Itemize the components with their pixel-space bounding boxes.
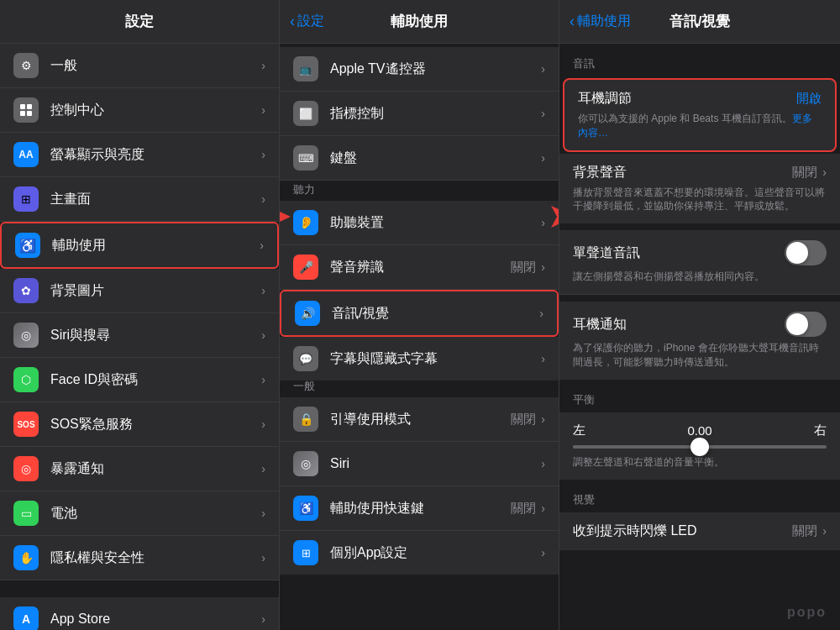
privacy-icon: ✋ xyxy=(13,545,39,570)
faceid-label: Face ID與密碼 xyxy=(50,371,261,389)
pointer-label: 指標控制 xyxy=(330,105,541,123)
middle-item-siri[interactable]: ◎ Siri › xyxy=(280,442,559,486)
middle-back-button[interactable]: ‹ 設定 xyxy=(290,13,324,30)
privacy-label: 隱私權與安全性 xyxy=(50,549,261,567)
appstore-icon: A xyxy=(13,606,39,630)
sidebar-item-sos[interactable]: SOS SOS緊急服務 › xyxy=(0,402,279,447)
middle-item-shortcut[interactable]: ♿ 輔助使用快速鍵 關閉 › xyxy=(280,486,559,531)
middle-item-subtitles[interactable]: 💬 字幕與隱藏式字幕 › xyxy=(280,337,559,381)
exposure-chevron: › xyxy=(261,462,265,475)
siri-label: Siri與搜尋 xyxy=(50,327,261,344)
left-panel: 設定 ⚙ 一般 › 控制中心 › xyxy=(0,0,280,630)
home-chevron: › xyxy=(261,192,265,206)
headphone-row[interactable]: 耳機調節 開啟 你可以為支援的 Apple 和 Beats 耳機自訂音訊。更多內… xyxy=(563,78,837,152)
sidebar-item-battery[interactable]: ▭ 電池 › xyxy=(0,491,279,536)
guided-chevron: › xyxy=(541,412,545,426)
mono-toggle[interactable] xyxy=(785,240,827,265)
headphone-notify-row[interactable]: 耳機通知 為了保護你的聽力，iPhone 會在你聆聽大聲耳機音訊時間過長，可能影… xyxy=(559,302,840,380)
general-section-label: 一般 xyxy=(293,379,315,394)
per-app-icon: ⊞ xyxy=(293,540,318,565)
sidebar-item-privacy[interactable]: ✋ 隱私權與安全性 › xyxy=(0,536,279,580)
headphone-label: 耳機調節 xyxy=(578,90,632,108)
wallpaper-icon: ✿ xyxy=(13,278,39,303)
balance-slider-track[interactable] xyxy=(573,445,827,449)
middle-item-hearing[interactable]: 👂 助聽裝置 › xyxy=(280,201,559,245)
balance-left-label: 左 xyxy=(573,423,585,438)
sidebar-item-display[interactable]: AA 螢幕顯示與亮度 › xyxy=(0,133,279,177)
balance-value: 0.00 xyxy=(687,423,711,438)
subtitles-chevron: › xyxy=(541,352,545,365)
right-back-label: 輔助使用 xyxy=(577,13,631,30)
wallpaper-chevron: › xyxy=(261,284,265,297)
per-app-label: 個別App設定 xyxy=(330,544,541,562)
notify-label: 耳機通知 xyxy=(573,316,627,333)
middle-item-per-app[interactable]: ⊞ 個別App設定 › xyxy=(280,531,559,575)
sos-label: SOS緊急服務 xyxy=(50,416,261,433)
sidebar-item-faceid[interactable]: ⬡ Face ID與密碼 › xyxy=(0,358,279,402)
right-panel-title: 音訊/視覺 xyxy=(669,12,731,31)
sidebar-item-accessibility[interactable]: ♿ 輔助使用 › xyxy=(0,222,279,269)
audio-visual-icon: 🔊 xyxy=(295,301,320,326)
accessibility-chevron: › xyxy=(260,239,264,252)
middle-item-appletv[interactable]: 📺 Apple TV遙控器 › xyxy=(280,47,559,92)
sidebar-item-appstore[interactable]: A App Store › xyxy=(0,597,279,630)
sidebar-item-general[interactable]: ⚙ 一般 › xyxy=(0,44,279,88)
guided-icon: 🔒 xyxy=(293,407,318,432)
battery-label: 電池 xyxy=(50,505,261,522)
audio-section-label: 音訊 xyxy=(573,57,595,70)
faceid-icon: ⬡ xyxy=(13,367,39,392)
right-back-button[interactable]: ‹ 輔助使用 xyxy=(570,13,631,30)
middle-panel: ‹ 設定 輔助使用 📺 Apple TV遙控器 › ⬜ 指標控制 › ⌨ 鍵盤 … xyxy=(280,0,559,630)
appstore-label: App Store xyxy=(50,612,261,627)
notify-toggle-knob xyxy=(786,313,808,335)
left-settings-list: ⚙ 一般 › 控制中心 › AA 螢幕顯示與亮度 › xyxy=(0,44,279,630)
middle-back-label: 設定 xyxy=(297,13,324,30)
middle-item-audio-visual[interactable]: 🔊 音訊/視覺 › xyxy=(280,290,559,337)
siri-general-chevron: › xyxy=(541,457,545,470)
siri-icon: ◎ xyxy=(13,323,39,348)
battery-icon: ▭ xyxy=(13,501,39,526)
privacy-chevron: › xyxy=(261,551,265,564)
right-header: ‹ 輔助使用 音訊/視覺 xyxy=(559,0,840,44)
accessibility-label: 輔助使用 xyxy=(52,237,260,255)
mono-toggle-knob xyxy=(786,242,808,264)
vision-section-label: 視覺 xyxy=(573,493,595,506)
sidebar-item-siri[interactable]: ◎ Siri與搜尋 › xyxy=(0,313,279,358)
sidebar-item-exposure[interactable]: ◎ 暴露通知 › xyxy=(0,447,279,491)
pointer-chevron: › xyxy=(541,107,545,120)
middle-item-sound-recognition[interactable]: 🎤 聲音辨識 關閉 › xyxy=(280,245,559,290)
sidebar-item-home[interactable]: ⊞ 主畫面 › xyxy=(0,177,279,222)
middle-item-guided[interactable]: 🔒 引導使用模式 關閉 › xyxy=(280,397,559,442)
balance-section-label: 平衡 xyxy=(573,393,595,406)
keyboard-label: 鍵盤 xyxy=(330,150,541,167)
middle-item-pointer[interactable]: ⬜ 指標控制 › xyxy=(280,92,559,136)
background-sound-row[interactable]: 背景聲音 關閉 › 播放背景聲音來遮蓋不想要的環境噪音。這些聲音可以將干擾降到最… xyxy=(559,154,840,224)
sound-recognition-value: 關閉 xyxy=(511,260,536,276)
notify-toggle[interactable] xyxy=(785,312,827,337)
right-arrow: ➤ xyxy=(549,202,559,232)
right-panel: ‹ 輔助使用 音訊/視覺 音訊 耳機調節 開啟 你可以為支援的 Apple 和 … xyxy=(559,0,840,630)
middle-item-keyboard[interactable]: ⌨ 鍵盤 › xyxy=(280,136,559,181)
sidebar-item-wallpaper[interactable]: ✿ 背景圖片 › xyxy=(0,269,279,313)
mono-audio-row[interactable]: 單聲道音訊 讓左側揚聲器和右側揚聲器播放相同內容。 xyxy=(559,230,840,295)
control-icon xyxy=(13,97,39,123)
appletv-chevron: › xyxy=(541,62,545,76)
led-row[interactable]: 收到提示時閃爍 LED 關閉 › xyxy=(559,512,840,550)
sidebar-item-control[interactable]: 控制中心 › xyxy=(0,88,279,133)
balance-right-label: 右 xyxy=(814,423,827,438)
audio-visual-chevron: › xyxy=(539,307,543,320)
display-label: 螢幕顯示與亮度 xyxy=(50,146,261,164)
siri-chevron: › xyxy=(261,328,265,342)
appletv-label: Apple TV遙控器 xyxy=(330,60,541,78)
balance-row: 左 0.00 右 調整左聲道和右聲道的音量平衡。 xyxy=(559,412,840,480)
middle-header: ‹ 設定 輔助使用 xyxy=(280,0,559,44)
balance-subtitle: 調整左聲道和右聲道的音量平衡。 xyxy=(573,455,827,470)
shortcut-label: 輔助使用快速鍵 xyxy=(330,500,511,517)
shortcut-chevron: › xyxy=(541,501,545,515)
subtitles-icon: 💬 xyxy=(293,346,318,371)
accessibility-icon: ♿ xyxy=(15,233,40,258)
control-chevron: › xyxy=(261,103,265,117)
hearing-section-label: 聽力 xyxy=(293,182,315,197)
back-chevron-icon: ‹ xyxy=(290,13,295,30)
general-chevron: › xyxy=(261,59,265,72)
